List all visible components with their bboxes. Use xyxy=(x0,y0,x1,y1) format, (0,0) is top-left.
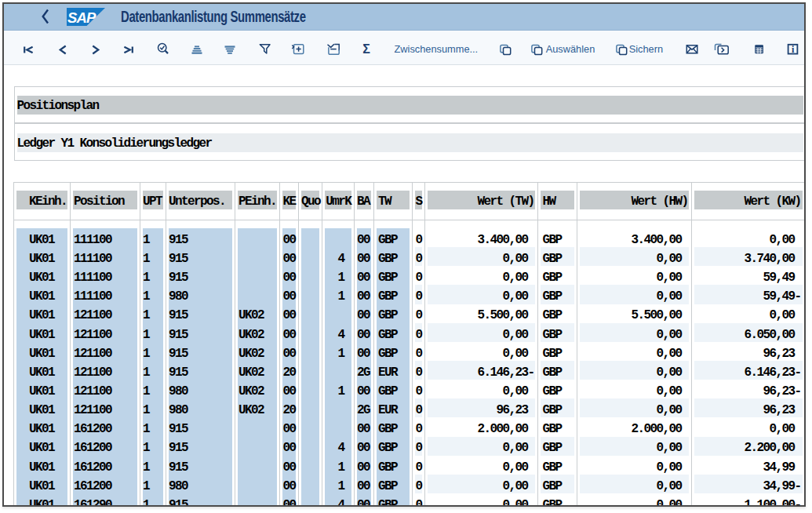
svg-text:Σ: Σ xyxy=(362,42,370,56)
svg-text:SAP: SAP xyxy=(67,9,96,26)
